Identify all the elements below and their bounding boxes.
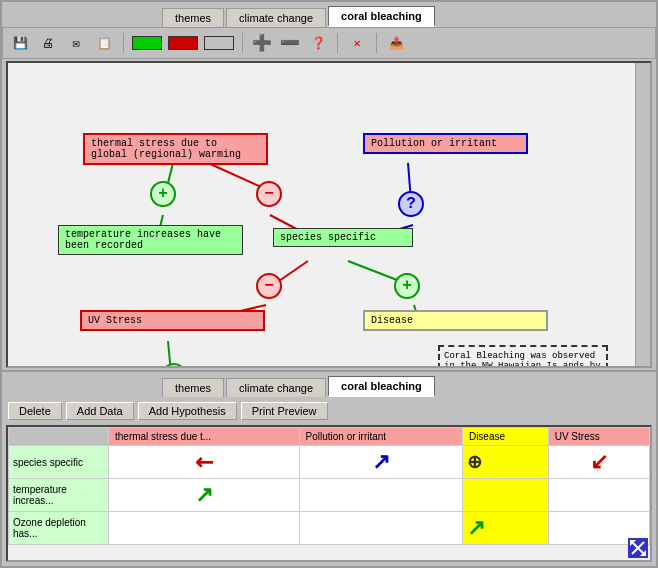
circle-plus-icon: ⊕ <box>467 451 482 473</box>
cell-temp-disease[interactable] <box>462 479 548 512</box>
delete-button[interactable]: Delete <box>8 402 62 420</box>
cell-species-thermal[interactable]: ↙ <box>109 446 300 479</box>
row-label-ozone: Ozone depletion has... <box>9 512 109 545</box>
cell-temp-uv[interactable] <box>548 479 649 512</box>
col-header-empty <box>9 428 109 446</box>
cell-temp-pollution[interactable] <box>299 479 462 512</box>
add-positive-tool[interactable]: ➕ <box>251 32 273 54</box>
tab-bottom-coral[interactable]: coral bleaching <box>328 376 435 397</box>
top-tab-bar: themes climate change coral bleaching <box>2 2 656 27</box>
node-pollution[interactable]: Pollution or irritant <box>363 133 528 154</box>
note-box: Coral Bleaching was observed in the NW H… <box>438 345 608 368</box>
table-row: Ozone depletion has... ↗ <box>9 512 650 545</box>
col-header-thermal: thermal stress due t... <box>109 428 300 446</box>
arrow-icon-2: ↗ <box>372 449 390 475</box>
cell-ozone-thermal[interactable] <box>109 512 300 545</box>
red-color-btn[interactable] <box>168 36 198 50</box>
cell-ozone-pollution[interactable] <box>299 512 462 545</box>
arrow-icon-4: ↗ <box>195 482 213 508</box>
tab-bottom-climate[interactable]: climate change <box>226 378 326 397</box>
add-data-button[interactable]: Add Data <box>66 402 134 420</box>
col-header-disease: Disease <box>462 428 548 446</box>
mail-icon[interactable]: ✉ <box>65 32 87 54</box>
top-toolbar: 💾 🖨 ✉ 📋 ➕ ➖ ❓ ✕ 📤 <box>2 27 656 59</box>
add-negative-tool[interactable]: ➖ <box>279 32 301 54</box>
cell-species-pollution[interactable]: ↗ <box>299 446 462 479</box>
export-tool[interactable]: 📤 <box>385 32 407 54</box>
arrow-icon-1: ↙ <box>188 446 219 477</box>
sep4 <box>376 33 377 53</box>
main-window: themes climate change coral bleaching 💾 … <box>0 0 658 568</box>
row-label-temp: temperature increas... <box>9 479 109 512</box>
button-toolbar: Delete Add Data Add Hypothesis Print Pre… <box>2 397 656 425</box>
bottom-tab-bar: themes climate change coral bleaching <box>2 372 656 397</box>
sep1 <box>123 33 124 53</box>
green-color-btn[interactable] <box>132 36 162 50</box>
circle-plus-1[interactable]: + <box>150 181 176 207</box>
circle-plus-3[interactable]: + <box>161 363 187 368</box>
cell-ozone-disease[interactable]: ↗ <box>462 512 548 545</box>
node-temp-increases[interactable]: temperature increases havebeen recorded <box>58 225 243 255</box>
bottom-panel: themes climate change coral bleaching De… <box>2 372 656 566</box>
top-panel: themes climate change coral bleaching 💾 … <box>2 2 656 372</box>
cell-species-disease[interactable]: ⊕ <box>462 446 548 479</box>
question-tool[interactable]: ❓ <box>307 32 329 54</box>
expand-icon[interactable] <box>628 538 648 558</box>
circle-question[interactable]: ? <box>398 191 424 217</box>
tab-top-coral[interactable]: coral bleaching <box>328 6 435 27</box>
delete-tool[interactable]: ✕ <box>346 32 368 54</box>
arrow-icon-3: ↙ <box>590 449 608 475</box>
cell-temp-thermal[interactable]: ↗ <box>109 479 300 512</box>
tab-top-themes[interactable]: themes <box>162 8 224 27</box>
sep2 <box>242 33 243 53</box>
table-row: temperature increas... ↗ <box>9 479 650 512</box>
circle-plus-2[interactable]: + <box>394 273 420 299</box>
canvas-area: thermal stress due toglobal (regional) w… <box>6 61 652 368</box>
circle-minus-2[interactable]: − <box>256 273 282 299</box>
tab-bottom-themes[interactable]: themes <box>162 378 224 397</box>
print-preview-button[interactable]: Print Preview <box>241 402 328 420</box>
circle-minus-1[interactable]: − <box>256 181 282 207</box>
print-icon[interactable]: 🖨 <box>37 32 59 54</box>
sep3 <box>337 33 338 53</box>
save-icon[interactable]: 💾 <box>9 32 31 54</box>
table-row: species specific ↙ ↗ ⊕ ↙ <box>9 446 650 479</box>
row-label-species: species specific <box>9 446 109 479</box>
table-area: thermal stress due t... Pollution or irr… <box>6 425 652 562</box>
cell-species-uv[interactable]: ↙ <box>548 446 649 479</box>
node-disease[interactable]: Disease <box>363 310 548 331</box>
data-table: thermal stress due t... Pollution or irr… <box>8 427 650 545</box>
tab-top-climate[interactable]: climate change <box>226 8 326 27</box>
node-species-specific[interactable]: species specific <box>273 228 413 247</box>
add-hypothesis-button[interactable]: Add Hypothesis <box>138 402 237 420</box>
node-uv-stress[interactable]: UV Stress <box>80 310 265 331</box>
arrow-icon-5: ↗ <box>467 515 485 541</box>
clipboard-icon[interactable]: 📋 <box>93 32 115 54</box>
col-header-pollution: Pollution or irritant <box>299 428 462 446</box>
node-thermal-stress[interactable]: thermal stress due toglobal (regional) w… <box>83 133 268 165</box>
col-header-uv: UV Stress <box>548 428 649 446</box>
gray-color-btn[interactable] <box>204 36 234 50</box>
